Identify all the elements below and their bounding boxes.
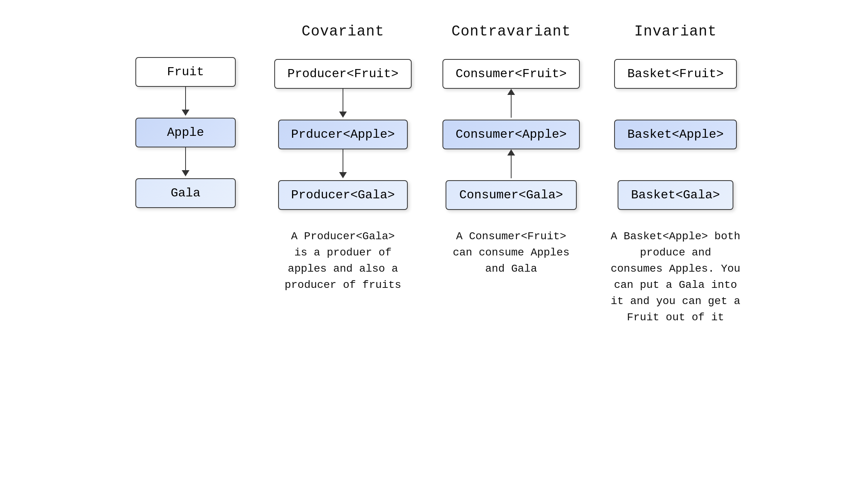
apple-box: Apple xyxy=(135,118,236,147)
contravariant-diagram: Consumer<Fruit> Consumer<Apple> Consumer… xyxy=(442,59,580,210)
covariant-column: Covariant Producer<Fruit> Prducer<Apple>… xyxy=(274,23,412,293)
arrow-contra-1 xyxy=(507,89,515,120)
variance-diagram: Fruit Apple Gala xyxy=(135,57,236,208)
invariant-caption: A Basket<Apple> bothproduce andconsumes … xyxy=(611,228,740,326)
invariant-column: Invariant Basket<Fruit> Basket<Apple> Ba… xyxy=(611,23,740,326)
producer-apple-box: Prducer<Apple> xyxy=(278,120,408,149)
basket-apple-box: Basket<Apple> xyxy=(614,120,737,149)
contravariant-caption: A Consumer<Fruit>can consume Applesand G… xyxy=(453,228,569,277)
contravariant-column: Contravariant Consumer<Fruit> Consumer<A… xyxy=(442,23,580,277)
covariant-title: Covariant xyxy=(302,23,384,40)
consumer-apple-box: Consumer<Apple> xyxy=(442,120,580,149)
basket-fruit-box: Basket<Fruit> xyxy=(614,59,737,89)
contravariant-title: Contravariant xyxy=(451,23,571,40)
arrow-contra-2 xyxy=(507,149,515,180)
variance-column: Fruit Apple Gala xyxy=(128,23,243,208)
covariant-diagram: Producer<Fruit> Prducer<Apple> Producer<… xyxy=(274,59,412,210)
consumer-gala-box: Consumer<Gala> xyxy=(446,180,577,210)
arrow-cov-1 xyxy=(339,89,347,120)
basket-gala-box: Basket<Gala> xyxy=(618,180,733,210)
arrow-cov-2 xyxy=(339,149,347,180)
invariant-title: Invariant xyxy=(634,23,717,40)
fruit-box: Fruit xyxy=(135,57,236,87)
invariant-diagram: Basket<Fruit> Basket<Apple> Basket<Gala> xyxy=(614,59,737,210)
main-container: Fruit Apple Gala Covariant Producer<Frui… xyxy=(0,0,868,492)
consumer-fruit-box: Consumer<Fruit> xyxy=(442,59,580,89)
gala-box: Gala xyxy=(135,178,236,208)
covariant-caption: A Producer<Gala>is a produer ofapples an… xyxy=(285,228,401,293)
producer-gala-box: Producer<Gala> xyxy=(278,180,408,210)
arrow-apple-gala xyxy=(182,147,189,178)
arrow-fruit-apple xyxy=(182,87,189,118)
producer-fruit-box: Producer<Fruit> xyxy=(274,59,412,89)
